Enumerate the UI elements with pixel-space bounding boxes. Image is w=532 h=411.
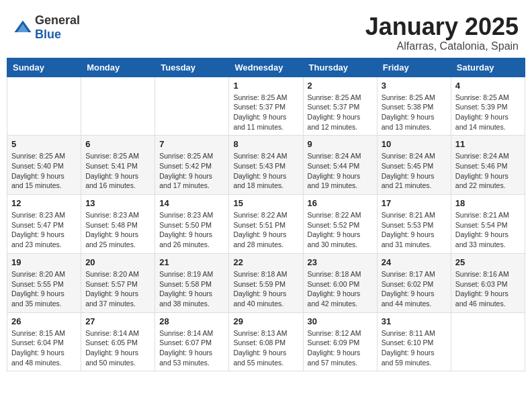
day-number: 23 — [308, 257, 373, 267]
day-info: Sunrise: 8:12 AM Sunset: 6:09 PM Dayligh… — [308, 328, 373, 368]
calendar-cell: 10Sunrise: 8:24 AM Sunset: 5:45 PM Dayli… — [377, 136, 451, 195]
weekday-header: Monday — [81, 58, 155, 77]
calendar-cell: 19Sunrise: 8:20 AM Sunset: 5:55 PM Dayli… — [7, 253, 81, 312]
calendar-cell: 8Sunrise: 8:24 AM Sunset: 5:43 PM Daylig… — [229, 136, 303, 195]
day-number: 29 — [233, 316, 298, 326]
day-info: Sunrise: 8:25 AM Sunset: 5:40 PM Dayligh… — [11, 151, 77, 191]
weekday-header: Wednesday — [229, 58, 303, 77]
calendar-cell — [155, 77, 229, 136]
day-number: 12 — [11, 198, 77, 208]
calendar-row: 26Sunrise: 8:15 AM Sunset: 6:04 PM Dayli… — [7, 312, 525, 371]
day-info: Sunrise: 8:24 AM Sunset: 5:43 PM Dayligh… — [233, 151, 298, 191]
calendar-cell: 6Sunrise: 8:25 AM Sunset: 5:41 PM Daylig… — [81, 136, 155, 195]
day-number: 10 — [382, 139, 447, 149]
calendar-cell: 30Sunrise: 8:12 AM Sunset: 6:09 PM Dayli… — [303, 312, 377, 371]
calendar-cell: 26Sunrise: 8:15 AM Sunset: 6:04 PM Dayli… — [7, 312, 81, 371]
day-number: 16 — [308, 198, 373, 208]
day-number: 19 — [11, 257, 77, 267]
calendar-cell: 16Sunrise: 8:22 AM Sunset: 5:52 PM Dayli… — [303, 195, 377, 254]
day-number: 1 — [233, 81, 298, 91]
calendar-cell: 3Sunrise: 8:25 AM Sunset: 5:38 PM Daylig… — [377, 77, 451, 136]
day-info: Sunrise: 8:25 AM Sunset: 5:37 PM Dayligh… — [308, 93, 373, 132]
calendar-table: SundayMondayTuesdayWednesdayThursdayFrid… — [7, 58, 525, 372]
calendar-cell: 7Sunrise: 8:25 AM Sunset: 5:42 PM Daylig… — [155, 136, 229, 195]
calendar-row: 12Sunrise: 8:23 AM Sunset: 5:47 PM Dayli… — [7, 195, 525, 254]
day-info: Sunrise: 8:23 AM Sunset: 5:47 PM Dayligh… — [11, 210, 77, 250]
day-number: 4 — [455, 81, 521, 91]
title-section: January 2025 Alfarras, Catalonia, Spain — [365, 13, 519, 52]
day-number: 8 — [233, 139, 298, 149]
day-info: Sunrise: 8:15 AM Sunset: 6:04 PM Dayligh… — [11, 328, 77, 368]
calendar-row: 19Sunrise: 8:20 AM Sunset: 5:55 PM Dayli… — [7, 253, 525, 312]
logo-general: General — [35, 13, 80, 27]
day-number: 2 — [308, 81, 373, 91]
day-number: 24 — [382, 257, 447, 267]
calendar-cell — [7, 77, 81, 136]
day-number: 30 — [308, 316, 373, 326]
day-info: Sunrise: 8:23 AM Sunset: 5:48 PM Dayligh… — [85, 210, 150, 250]
calendar-cell: 23Sunrise: 8:18 AM Sunset: 6:00 PM Dayli… — [303, 253, 377, 312]
day-info: Sunrise: 8:25 AM Sunset: 5:39 PM Dayligh… — [455, 93, 521, 132]
day-number: 14 — [159, 198, 224, 208]
day-info: Sunrise: 8:24 AM Sunset: 5:46 PM Dayligh… — [455, 151, 521, 191]
day-number: 9 — [308, 139, 373, 149]
day-number: 22 — [233, 257, 298, 267]
weekday-header: Sunday — [7, 58, 81, 77]
day-info: Sunrise: 8:20 AM Sunset: 5:55 PM Dayligh… — [11, 269, 77, 309]
day-info: Sunrise: 8:25 AM Sunset: 5:42 PM Dayligh… — [159, 151, 224, 191]
calendar-row: 5Sunrise: 8:25 AM Sunset: 5:40 PM Daylig… — [7, 136, 525, 195]
day-info: Sunrise: 8:25 AM Sunset: 5:38 PM Dayligh… — [382, 93, 447, 132]
calendar-cell: 9Sunrise: 8:24 AM Sunset: 5:44 PM Daylig… — [303, 136, 377, 195]
calendar-cell: 27Sunrise: 8:14 AM Sunset: 6:05 PM Dayli… — [81, 312, 155, 371]
calendar-cell: 14Sunrise: 8:23 AM Sunset: 5:50 PM Dayli… — [155, 195, 229, 254]
day-number: 17 — [382, 198, 447, 208]
day-number: 20 — [85, 257, 150, 267]
day-info: Sunrise: 8:25 AM Sunset: 5:37 PM Dayligh… — [233, 93, 298, 132]
day-info: Sunrise: 8:21 AM Sunset: 5:54 PM Dayligh… — [455, 210, 521, 250]
weekday-header: Tuesday — [155, 58, 229, 77]
weekday-header: Friday — [377, 58, 451, 77]
day-info: Sunrise: 8:14 AM Sunset: 6:05 PM Dayligh… — [85, 328, 150, 368]
month-title: January 2025 — [365, 13, 519, 40]
day-info: Sunrise: 8:21 AM Sunset: 5:53 PM Dayligh… — [382, 210, 447, 250]
calendar-cell: 24Sunrise: 8:17 AM Sunset: 6:02 PM Dayli… — [377, 253, 451, 312]
calendar-cell — [451, 312, 525, 371]
day-number: 25 — [455, 257, 521, 267]
page-header: General Blue January 2025 Alfarras, Cata… — [7, 7, 525, 58]
day-info: Sunrise: 8:18 AM Sunset: 6:00 PM Dayligh… — [308, 269, 373, 309]
calendar-cell: 12Sunrise: 8:23 AM Sunset: 5:47 PM Dayli… — [7, 195, 81, 254]
day-info: Sunrise: 8:16 AM Sunset: 6:03 PM Dayligh… — [455, 269, 521, 309]
calendar-cell: 28Sunrise: 8:14 AM Sunset: 6:07 PM Dayli… — [155, 312, 229, 371]
day-number: 31 — [382, 316, 447, 326]
calendar-cell: 1Sunrise: 8:25 AM Sunset: 5:37 PM Daylig… — [229, 77, 303, 136]
calendar-cell: 17Sunrise: 8:21 AM Sunset: 5:53 PM Dayli… — [377, 195, 451, 254]
calendar-cell: 4Sunrise: 8:25 AM Sunset: 5:39 PM Daylig… — [451, 77, 525, 136]
calendar-cell: 22Sunrise: 8:18 AM Sunset: 5:59 PM Dayli… — [229, 253, 303, 312]
calendar-cell: 21Sunrise: 8:19 AM Sunset: 5:58 PM Dayli… — [155, 253, 229, 312]
weekday-header-row: SundayMondayTuesdayWednesdayThursdayFrid… — [7, 58, 525, 77]
weekday-header: Saturday — [451, 58, 525, 77]
location-title: Alfarras, Catalonia, Spain — [365, 40, 519, 52]
calendar-cell — [81, 77, 155, 136]
day-number: 11 — [455, 139, 521, 149]
day-info: Sunrise: 8:17 AM Sunset: 6:02 PM Dayligh… — [382, 269, 447, 309]
day-info: Sunrise: 8:11 AM Sunset: 6:10 PM Dayligh… — [382, 328, 447, 368]
day-info: Sunrise: 8:20 AM Sunset: 5:57 PM Dayligh… — [85, 269, 150, 309]
logo: General Blue — [13, 13, 80, 42]
day-info: Sunrise: 8:14 AM Sunset: 6:07 PM Dayligh… — [159, 328, 224, 368]
day-number: 28 — [159, 316, 224, 326]
day-number: 18 — [455, 198, 521, 208]
day-number: 15 — [233, 198, 298, 208]
day-info: Sunrise: 8:22 AM Sunset: 5:52 PM Dayligh… — [308, 210, 373, 250]
day-info: Sunrise: 8:23 AM Sunset: 5:50 PM Dayligh… — [159, 210, 224, 250]
day-number: 27 — [85, 316, 150, 326]
day-info: Sunrise: 8:25 AM Sunset: 5:41 PM Dayligh… — [85, 151, 150, 191]
day-info: Sunrise: 8:24 AM Sunset: 5:44 PM Dayligh… — [308, 151, 373, 191]
day-info: Sunrise: 8:24 AM Sunset: 5:45 PM Dayligh… — [382, 151, 447, 191]
day-number: 13 — [85, 198, 150, 208]
weekday-header: Thursday — [303, 58, 377, 77]
calendar-cell: 2Sunrise: 8:25 AM Sunset: 5:37 PM Daylig… — [303, 77, 377, 136]
logo-blue: Blue — [35, 28, 61, 41]
day-number: 21 — [159, 257, 224, 267]
calendar-cell: 31Sunrise: 8:11 AM Sunset: 6:10 PM Dayli… — [377, 312, 451, 371]
